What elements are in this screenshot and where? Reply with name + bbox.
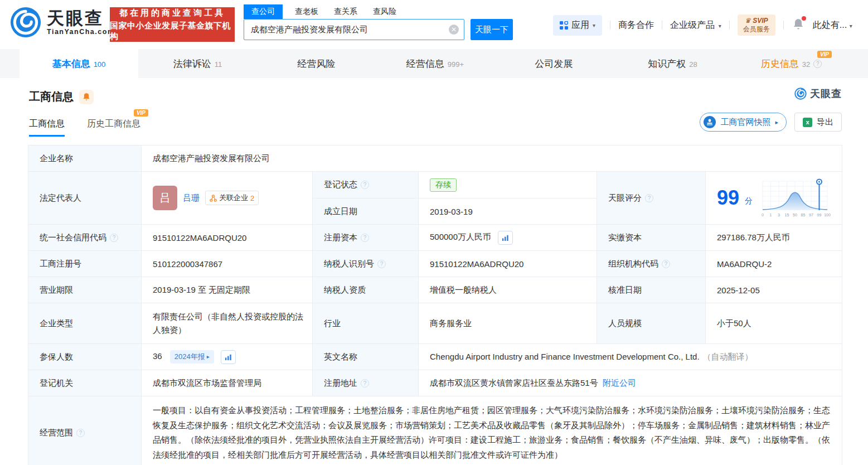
taxpayer-no-value: 91510122MA6ADRQU20: [419, 251, 597, 277]
stamp-icon: [704, 116, 716, 128]
top-right-nav: 应用 ▾ 商务合作 企业级产品 ▾ ♛ SVIP 会员服务 此处有... ▾: [553, 14, 852, 36]
section-title: 工商信息: [29, 89, 74, 104]
reg-capital-label: 注册资本?: [313, 225, 419, 251]
reg-authority-label: 登记机关: [28, 370, 142, 396]
help-icon[interactable]: ?: [645, 194, 653, 202]
search-tab-boss[interactable]: 查老板: [295, 4, 318, 19]
brand-slogan-banner: 都在用的商业查询工具 国家中小企业发展子基金旗下机构: [110, 7, 235, 42]
monitor-bell-icon[interactable]: [79, 90, 94, 104]
paid-capital-value: 297186.78万人民币: [706, 225, 842, 251]
tab-label: 经营信息: [406, 57, 444, 70]
org-code-value: MA6ADRQU-2: [706, 251, 842, 277]
tianyancha-company-page: 天眼查 TianYanCha.com 都在用的商业查询工具 国家中小企业发展子基…: [0, 0, 868, 465]
help-icon[interactable]: ?: [110, 234, 118, 242]
help-icon[interactable]: ?: [813, 60, 822, 68]
legal-rep-name-link[interactable]: 吕珊: [183, 193, 200, 204]
arrow-right-icon: ▸: [775, 119, 778, 126]
company-type-value: 有限责任公司（非自然人投资或控股的法人独资）: [142, 303, 313, 344]
company-type-label: 企业类型: [28, 303, 142, 344]
help-icon[interactable]: ?: [76, 429, 85, 437]
nav-business-coop[interactable]: 商务合作: [618, 20, 654, 31]
search-tab-relation[interactable]: 查关系: [334, 4, 357, 19]
nearby-companies-link[interactable]: 附近公司: [603, 378, 636, 388]
site-logo[interactable]: 天眼查 TianYanCha.com: [10, 7, 115, 38]
clear-search-icon[interactable]: ✕: [449, 25, 459, 35]
help-icon[interactable]: ?: [662, 260, 670, 268]
account-menu[interactable]: 此处有... ▾: [813, 20, 852, 31]
svg-text:1: 1: [770, 213, 772, 217]
tab-count: 100: [94, 60, 106, 69]
tab-label: 公司发展: [535, 57, 573, 70]
search-row: ✕ 天眼一下: [244, 19, 522, 40]
score-distribution-chart: 0 1 3 15 50 85 97 99 100: [758, 176, 832, 220]
subtab-history-business-info[interactable]: VIP 历史工商信息: [87, 118, 140, 137]
taxpayer-quality-value: 增值税一般纳税人: [419, 277, 597, 303]
svip-member-service[interactable]: ♛ SVIP 会员服务: [738, 14, 775, 36]
logo-text: 天眼查 TianYanCha.com: [47, 9, 115, 36]
vip-badge: VIP: [817, 51, 832, 58]
tab-count: 32: [802, 60, 810, 69]
insured-chart-icon[interactable]: [221, 350, 236, 364]
capital-chart-icon[interactable]: [498, 231, 513, 245]
reg-no-label: 工商注册号: [28, 251, 142, 277]
help-icon[interactable]: ?: [361, 379, 369, 388]
reg-authority-value: 成都市双流区市场监督管理局: [142, 370, 313, 396]
tab-count: 11: [215, 60, 222, 69]
score-value: 99: [717, 188, 739, 208]
svg-text:0: 0: [762, 213, 764, 217]
subtabs: 工商信息 VIP 历史工商信息: [29, 118, 140, 137]
nav-enterprise-products[interactable]: 企业级产品 ▾: [670, 20, 721, 31]
tab-basic-info[interactable]: 基本信息 100: [20, 49, 138, 78]
enterprise-products-label: 企业级产品: [670, 20, 715, 30]
tab-intellectual-property[interactable]: 知识产权 28: [613, 49, 732, 78]
tab-operating-info[interactable]: 经营信息 999+: [376, 49, 494, 78]
search-tab-risk[interactable]: 查风险: [373, 4, 396, 19]
legal-rep-avatar[interactable]: 吕: [153, 186, 177, 210]
org-code-label: 组织机构代码?: [597, 251, 706, 277]
help-icon[interactable]: ?: [377, 260, 386, 268]
related-companies-badge[interactable]: 关联企业 2: [205, 191, 259, 205]
taxpayer-quality-label: 纳税人资质: [313, 277, 419, 303]
member-service-label: 会员服务: [743, 25, 770, 33]
search-input[interactable]: [244, 19, 464, 40]
notification-bell[interactable]: [793, 18, 804, 32]
nav-divider: [662, 21, 662, 30]
reg-address-value: 成都市双流区黄水镇曾家店社区蚕丛东路51号 附近公司: [419, 370, 842, 396]
search-tab-company[interactable]: 查公司: [244, 4, 283, 19]
related-label: 关联企业: [219, 193, 248, 203]
business-scope-label: 经营范围?: [28, 396, 142, 465]
tab-history-info[interactable]: VIP 历史信息 32 ?: [732, 49, 851, 78]
excel-icon: x: [803, 118, 812, 127]
tab-legal[interactable]: 法律诉讼 11: [138, 49, 257, 78]
account-label: 此处有...: [813, 20, 847, 30]
establish-date-value: 2019-03-19: [419, 198, 597, 225]
annual-report-badge[interactable]: 2024年报▸: [170, 350, 214, 364]
search-tabs: 查公司 查老板 查关系 查风险: [244, 2, 522, 19]
reg-address-label: 注册地址?: [313, 370, 419, 396]
tianyancha-watermark-icon: [794, 88, 807, 100]
vip-badge: VIP: [134, 109, 148, 117]
paid-capital-label: 实缴资本: [597, 225, 706, 251]
auto-translate-note: （自动翻译）: [703, 352, 753, 361]
apps-menu[interactable]: 应用 ▾: [553, 15, 602, 36]
section-buttons: 工商官网快照 ▸ x 导出: [700, 113, 842, 132]
industry-value: 商务服务业: [419, 303, 597, 344]
establish-date-label: 成立日期: [313, 198, 419, 225]
export-button[interactable]: x 导出: [794, 113, 842, 132]
staff-size-label: 人员规模: [597, 303, 706, 344]
account-caret-icon: ▾: [850, 23, 852, 29]
taxpayer-no-label: 纳税人识别号?: [313, 251, 419, 277]
snapshot-label: 工商官网快照: [720, 117, 770, 128]
watermark-logo: 天眼查: [794, 87, 842, 100]
tab-operating-risk[interactable]: 经营风险: [257, 49, 376, 78]
search-button[interactable]: 天眼一下: [471, 19, 513, 40]
help-icon[interactable]: ?: [361, 181, 369, 189]
subtab-business-info[interactable]: 工商信息: [29, 118, 65, 137]
tab-company-development[interactable]: 公司发展: [494, 49, 613, 78]
help-icon[interactable]: ?: [361, 234, 369, 242]
reg-status-label: 登记状态?: [313, 172, 419, 198]
insured-count-value: 36 2024年报▸: [142, 344, 313, 370]
nav-divider: [729, 21, 730, 30]
official-snapshot-button[interactable]: 工商官网快照 ▸: [700, 113, 787, 132]
score-label: 天眼评分?: [597, 172, 706, 225]
